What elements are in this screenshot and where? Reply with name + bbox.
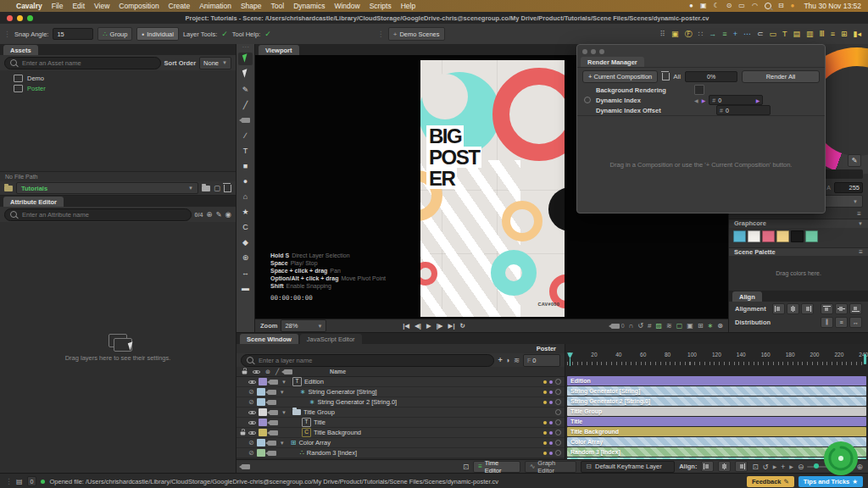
- layer-color-swatch[interactable]: [259, 429, 267, 436]
- asset-search-input[interactable]: [20, 58, 155, 68]
- keyframe-dot-icon[interactable]: [543, 391, 547, 394]
- render-manager-drop-area[interactable]: Drag in a Composition or use the '+ Curr…: [577, 115, 825, 213]
- spotlight-icon[interactable]: [765, 3, 771, 9]
- time-editor-button[interactable]: ≡Time Editor: [473, 461, 520, 473]
- layer-row[interactable]: ▼TEdition: [236, 377, 565, 386]
- palette-swatch-0[interactable]: [733, 230, 746, 242]
- align-bars-icon[interactable]: ≡: [722, 29, 726, 39]
- expand-chevron-icon[interactable]: ▼: [281, 410, 287, 415]
- align-middle-button[interactable]: [835, 303, 848, 314]
- align-left-button[interactable]: [772, 303, 785, 314]
- layer-search-input[interactable]: [257, 356, 488, 365]
- settings-gear-icon[interactable]: ⊛: [717, 322, 723, 330]
- layer-row[interactable]: ⊘▼⊞Color Array: [236, 438, 565, 447]
- poster-artwork[interactable]: BIG POST ER CAV#000: [420, 60, 565, 317]
- cavalry-logo[interactable]: [823, 441, 859, 478]
- ellipsis-icon[interactable]: ⋯: [743, 29, 751, 39]
- sparkle-tool[interactable]: ◆: [238, 236, 253, 248]
- line-tool[interactable]: ∕: [238, 129, 253, 141]
- scene-palette-drop-area[interactable]: Drag colors here.: [729, 256, 868, 291]
- render-toggle-icon[interactable]: [270, 410, 278, 415]
- tab-scene-window[interactable]: Scene Window: [240, 334, 298, 344]
- scatter-icon[interactable]: ∷: [698, 29, 704, 39]
- menu-item-help[interactable]: Help: [401, 2, 415, 10]
- tab-assets[interactable]: Assets: [3, 45, 38, 55]
- expand-chevron-icon[interactable]: ▼: [279, 441, 286, 446]
- layer-row[interactable]: CTitle Background: [236, 428, 565, 437]
- wifi-icon[interactable]: ◠: [752, 2, 758, 10]
- state-circle-icon[interactable]: [555, 450, 561, 456]
- visibility-eye-icon[interactable]: [248, 408, 256, 416]
- timeline-bar[interactable]: String Generator 2 [String.0]: [567, 396, 866, 406]
- control-center-icon[interactable]: ⊟: [778, 2, 784, 10]
- go-to-end-button[interactable]: ▶|: [448, 322, 455, 330]
- chevron-down-icon[interactable]: ▼: [858, 221, 863, 226]
- connection-dot-icon[interactable]: [549, 380, 553, 384]
- timeline-bar-partial[interactable]: [567, 458, 866, 459]
- go-to-start-button[interactable]: |◀: [403, 322, 409, 330]
- distribute-spacing-button[interactable]: ↔: [849, 317, 862, 328]
- rectangle-tool[interactable]: ■: [238, 159, 253, 172]
- state-circle-icon[interactable]: [555, 430, 561, 435]
- menu-icon[interactable]: ≡: [859, 248, 863, 256]
- open-folder-icon[interactable]: [202, 186, 210, 191]
- layer-up-icon[interactable]: ▥: [806, 29, 814, 39]
- split-view-icon[interactable]: ⊞: [841, 29, 848, 39]
- menu-item-view[interactable]: View: [94, 2, 109, 10]
- connection-dot-icon[interactable]: [549, 441, 553, 445]
- visibility-eye-icon[interactable]: [248, 419, 256, 426]
- cog-shape-tool[interactable]: ⊛: [238, 251, 253, 263]
- dynamic-index-field[interactable]: #0▶: [709, 95, 763, 105]
- connection-dot-icon[interactable]: [549, 401, 553, 404]
- dynamic-index-offset-field[interactable]: #0: [716, 105, 771, 115]
- paint-filter-icon[interactable]: ◗: [506, 356, 510, 364]
- render-all-button[interactable]: Render All: [742, 70, 820, 83]
- lock-column-icon[interactable]: [242, 369, 248, 374]
- tab-javascript-editor[interactable]: JavaScript Editor: [300, 334, 362, 344]
- connection-dot-icon[interactable]: [549, 391, 553, 394]
- image-overlay-icon[interactable]: ▨: [656, 322, 663, 330]
- project-select[interactable]: Tutorials▼: [16, 182, 198, 194]
- layer-color-swatch[interactable]: [257, 388, 265, 396]
- render-toggle-icon[interactable]: [268, 441, 276, 446]
- grid-icon[interactable]: #: [648, 322, 651, 330]
- layers-icon[interactable]: ▣: [687, 322, 693, 330]
- time-machine-icon[interactable]: ⊙: [726, 2, 732, 10]
- palette-swatch-1[interactable]: [748, 230, 760, 242]
- render-toggle-icon[interactable]: [270, 380, 278, 385]
- eyedropper-button[interactable]: ✎: [848, 154, 861, 167]
- visibility-eye-icon[interactable]: [248, 429, 256, 436]
- feedback-button[interactable]: Feedback✎: [747, 476, 794, 487]
- render-toggle-icon[interactable]: [268, 451, 276, 456]
- expand-chevron-icon[interactable]: ▼: [279, 390, 286, 395]
- step-forward-button[interactable]: |▶: [437, 322, 443, 330]
- text-cursor-icon[interactable]: T: [782, 29, 787, 39]
- render-toggle-icon[interactable]: [270, 430, 278, 435]
- tab-align[interactable]: Align: [732, 291, 762, 302]
- pin-icon[interactable]: ✎: [215, 210, 221, 219]
- layer-color-swatch[interactable]: [257, 449, 265, 457]
- palette-swatch-3[interactable]: [776, 230, 789, 242]
- timeline-bar[interactable]: Title Background: [567, 427, 866, 436]
- keyframe-dot-icon[interactable]: [543, 452, 547, 455]
- close-window-button[interactable]: [7, 15, 13, 21]
- polygon-tool[interactable]: ⌂: [238, 190, 253, 202]
- tool-help-check-icon[interactable]: ✓: [264, 30, 271, 38]
- minimize-window-button[interactable]: [591, 49, 596, 54]
- forward-group-icon[interactable]: Ⓕ: [685, 29, 693, 39]
- layer-down-icon[interactable]: ▤: [793, 29, 800, 39]
- menu-item-scripts[interactable]: Scripts: [370, 2, 392, 10]
- visibility-column-icon[interactable]: [253, 368, 260, 375]
- keyframe-dot-icon[interactable]: [543, 401, 547, 404]
- grid-dots-icon[interactable]: ⠿: [660, 29, 666, 39]
- state-circle-icon[interactable]: [555, 440, 561, 446]
- keyframe-dot-icon[interactable]: [543, 441, 547, 445]
- connection-dot-icon[interactable]: [549, 431, 553, 435]
- menu-item-file[interactable]: File: [52, 2, 64, 10]
- composition-name[interactable]: Poster: [236, 344, 565, 353]
- step-back-button[interactable]: ◀|: [415, 322, 421, 330]
- arc-icon[interactable]: ⊂: [757, 29, 764, 39]
- lock-icon[interactable]: [240, 430, 245, 435]
- generator-visibility-icon[interactable]: ⊘: [248, 440, 254, 446]
- menu-item-shape[interactable]: Shape: [241, 2, 262, 10]
